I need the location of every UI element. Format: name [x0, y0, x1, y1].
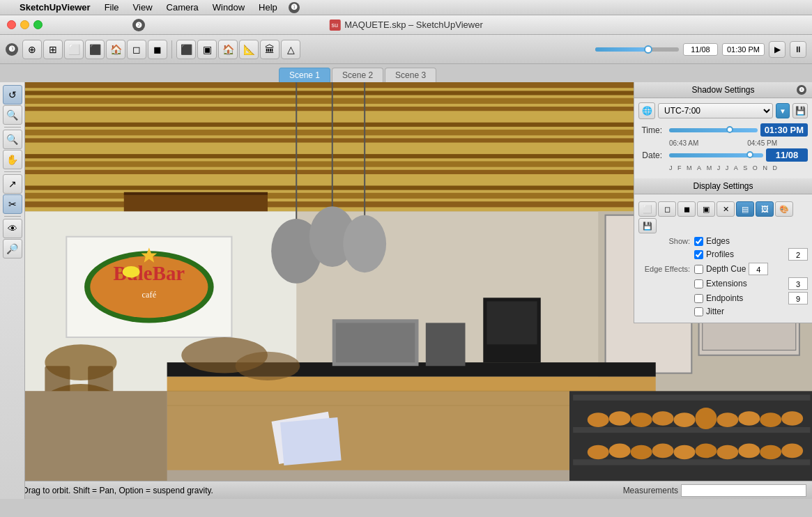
- jitter-checkbox[interactable]: [694, 307, 703, 316]
- toolbar-btn-6[interactable]: ◻: [127, 40, 146, 59]
- profiles-value: 2: [788, 248, 808, 261]
- svg-rect-46: [426, 323, 466, 366]
- scene-tab-2[interactable]: Scene 2: [332, 68, 383, 82]
- toolbar-btn-9[interactable]: ▣: [197, 40, 217, 59]
- time-slider-container: [669, 125, 758, 136]
- left-toolbar: ↺ 🔍 🔍 ✋ ↗ ✂ 👁 🔎: [0, 82, 25, 499]
- toolbar-btn-5[interactable]: 🏠: [106, 40, 125, 59]
- svg-point-68: [652, 411, 674, 426]
- ds-btn-color[interactable]: 🎨: [775, 201, 793, 217]
- menu-item-camera[interactable]: Camera: [161, 2, 204, 13]
- lt-btn-orbit[interactable]: ↺: [3, 85, 22, 105]
- ds-btn-monochrome[interactable]: ▤: [736, 201, 754, 217]
- time-label: Time:: [638, 125, 666, 135]
- svg-point-75: [588, 445, 609, 460]
- toolbar-btn-3[interactable]: ⬜: [64, 40, 84, 59]
- help-badge-icon: ❶: [289, 2, 300, 13]
- toolbar-btn-10[interactable]: 🏠: [218, 40, 238, 59]
- svg-point-73: [760, 412, 781, 427]
- badge-2: ❷: [132, 19, 145, 31]
- menu-item-view[interactable]: View: [128, 2, 158, 13]
- toolbar: ❸ ⊕ ⊞ ⬜ ⬛ 🏠 ◻ ◼ ⬛ ▣ 🏠 📐 🏛 △ 11/08 01:30 …: [0, 35, 812, 64]
- lt-btn-zoom-extent[interactable]: 🔍: [3, 105, 22, 125]
- endpoints-row: Endpoints 9: [638, 292, 808, 304]
- maximize-button[interactable]: [33, 20, 43, 29]
- menu-item-app[interactable]: SketchUpViewer: [14, 2, 96, 13]
- edges-checkbox[interactable]: [694, 237, 703, 246]
- play-button[interactable]: ▶: [769, 41, 786, 58]
- lt-btn-zoom[interactable]: 🔍: [3, 130, 22, 149]
- menubar: SketchUpViewer File View Camera Window H…: [0, 0, 812, 15]
- lt-btn-measure[interactable]: ✂: [3, 194, 22, 214]
- progress-bar[interactable]: [595, 47, 679, 52]
- svg-rect-45: [336, 323, 415, 362]
- svg-point-34: [343, 215, 386, 272]
- svg-point-77: [631, 445, 652, 460]
- lt-btn-select[interactable]: ↗: [3, 174, 22, 194]
- svg-rect-19: [124, 192, 268, 195]
- file-icon: su: [329, 20, 340, 31]
- extensions-checkbox[interactable]: [694, 279, 703, 288]
- svg-point-66: [609, 411, 631, 426]
- display-panel-content: ⬜ ◻ ◼ ▣ ✕ ▤ 🖼 🎨 💾 Show: Edges: [634, 194, 812, 323]
- time-range-labels: 06:43 AM 04:45 PM: [638, 139, 808, 147]
- timezone-select[interactable]: UTC-7:00: [658, 103, 773, 118]
- profiles-checkbox[interactable]: [694, 250, 703, 259]
- svg-point-81: [717, 445, 738, 460]
- timezone-save-btn[interactable]: 💾: [792, 103, 808, 118]
- endpoints-value: 9: [788, 292, 808, 304]
- menu-item-help[interactable]: Help: [253, 2, 283, 13]
- edges-label: Edges: [706, 236, 730, 246]
- shadow-settings-header: Shadow Settings ❹: [634, 82, 812, 98]
- minimize-button[interactable]: [20, 20, 29, 29]
- ds-btn-texture2[interactable]: 🖼: [756, 201, 774, 217]
- toolbar-btn-13[interactable]: △: [281, 40, 300, 59]
- extensions-row: Extensions 3: [638, 277, 808, 290]
- timezone-arrow-btn[interactable]: ▼: [776, 103, 790, 118]
- svg-point-76: [609, 444, 631, 458]
- edges-checkbox-area: Edges: [694, 236, 730, 246]
- lt-btn-section[interactable]: 👁: [3, 219, 22, 238]
- playback-time: 01:30 PM: [722, 43, 765, 56]
- endpoints-checkbox[interactable]: [694, 294, 703, 303]
- toolbar-btn-4[interactable]: ⬛: [85, 40, 105, 59]
- month-labels: JFMAMJJASOND: [638, 164, 808, 171]
- depth-cue-checkbox[interactable]: [694, 265, 703, 274]
- statusbar: ℹ Drag to orbit. Shift = Pan, Option = s…: [0, 481, 812, 499]
- menu-item-file[interactable]: File: [99, 2, 125, 13]
- window-controls-group: [0, 20, 49, 29]
- ds-btn-textured[interactable]: ▣: [697, 201, 715, 217]
- ds-btn-hidden[interactable]: ◻: [658, 201, 676, 217]
- lt-btn-pan[interactable]: ✋: [3, 150, 22, 169]
- toolbar-btn-2[interactable]: ⊞: [43, 40, 63, 59]
- measurements-input[interactable]: [681, 484, 806, 497]
- svg-point-27: [123, 266, 140, 277]
- toolbar-btn-11[interactable]: 📐: [239, 40, 259, 59]
- scene-tab-1[interactable]: Scene 1: [279, 68, 330, 82]
- pause-button[interactable]: ⏸: [790, 41, 806, 58]
- ds-btn-settings2[interactable]: 💾: [638, 218, 657, 233]
- toolbar-btn-7[interactable]: ◼: [148, 40, 167, 59]
- svg-point-83: [760, 445, 781, 460]
- ds-btn-shaded[interactable]: ◼: [677, 201, 696, 217]
- window-title: su MAQUETE.skp – SketchUpViewer: [329, 20, 482, 31]
- scene-tabs: Scene 1 Scene 2 Scene 3: [0, 64, 812, 82]
- toolbar-btn-1[interactable]: ⊕: [22, 40, 42, 59]
- ds-btn-wireframe[interactable]: ⬜: [638, 201, 657, 217]
- playback-area: 11/08 01:30 PM ▶ ⏸: [595, 41, 806, 58]
- menu-item-window[interactable]: Window: [207, 2, 250, 13]
- ds-btn-x-ray[interactable]: ✕: [717, 201, 735, 217]
- toolbar-btn-8[interactable]: ⬛: [176, 40, 196, 59]
- svg-point-72: [738, 411, 760, 426]
- svg-text:café: café: [142, 290, 157, 300]
- lt-btn-walkthrough[interactable]: 🔎: [3, 239, 22, 258]
- scene-tab-3[interactable]: Scene 3: [385, 68, 436, 82]
- svg-rect-62: [573, 395, 810, 401]
- toolbar-btn-12[interactable]: 🏛: [260, 40, 279, 59]
- show-row: Show: Edges: [638, 236, 808, 246]
- close-button[interactable]: [7, 20, 16, 29]
- viewport[interactable]: BuleBar café: [25, 82, 812, 499]
- date-value: 11/08: [766, 148, 808, 162]
- date-label: Date:: [638, 151, 666, 160]
- endpoints-label: Endpoints: [706, 293, 743, 303]
